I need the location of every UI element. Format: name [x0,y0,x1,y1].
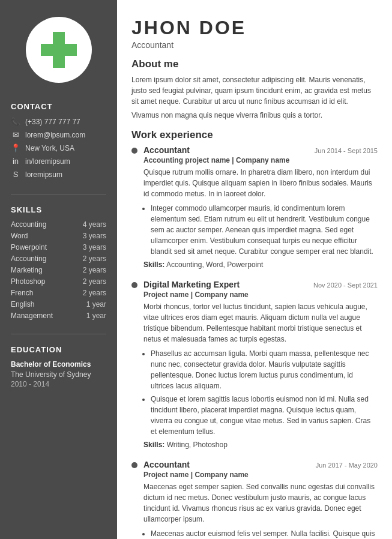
skill-years: 1 year [86,300,106,309]
skill-name: Accounting [11,254,46,263]
linkedin-icon: in [11,157,20,166]
skill-name: French [11,289,33,297]
skill-row: Photoshop2 years [11,277,106,286]
contact-title: CONTACT [11,102,106,111]
work-entry: Digital Marketing ExpertNov 2020 - Sept … [131,280,378,449]
work-content: AccountantJun 2014 - Sept 2015Accounting… [143,145,378,269]
skill-row: Powerpoint3 years [11,243,106,251]
skill-years: 2 years [83,277,106,286]
work-skills-label: Skills: Accounting, Word, Powerpoint [143,260,378,269]
avatar-area [0,0,117,95]
work-bullet-dot [131,462,137,468]
linkedin-value: in/loremipsum [25,157,70,166]
skill-name: Management [11,312,53,320]
skill-years: 1 year [86,312,106,320]
work-date: Nov 2020 - Sept 2021 [313,282,378,289]
about-title: About me [131,58,378,70]
education-section: EDUCATION Bachelor of Economics The Univ… [0,339,117,394]
divider-2 [11,334,106,334]
skill-name: Word [11,232,28,240]
avatar-icon [35,26,83,74]
work-date: Jun 2017 - May 2020 [316,462,378,469]
location-item: 📍 New York, USA [11,143,106,152]
work-description: Maecenas eget semper sapien. Sed convall… [143,481,378,525]
skill-years: 3 years [83,243,106,251]
skill-name: Photoshop [11,277,45,286]
skill-years: 2 years [83,266,106,274]
work-content: AccountantJun 2017 - May 2020Project nam… [143,460,378,539]
work-bullet-item: Integer commodo ullamcorper mauris, id c… [151,203,378,257]
skype-item: S loremipsum [11,170,106,179]
skill-years: 2 years [83,254,106,263]
work-header: AccountantJun 2014 - Sept 2015 [143,145,378,155]
phone-value: (+33) 777 777 77 [25,118,80,126]
work-content: Digital Marketing ExpertNov 2020 - Sept … [143,280,378,449]
skype-value: loremipsum [25,170,62,179]
skill-row: Marketing2 years [11,266,106,274]
work-date: Jun 2014 - Sept 2015 [315,147,378,154]
work-entry: AccountantJun 2017 - May 2020Project nam… [131,460,378,539]
skill-years: 4 years [83,220,106,229]
work-project: Accounting project name | Company name [143,156,378,164]
phone-item: 📞 (+33) 777 777 77 [11,117,106,126]
work-header: AccountantJun 2017 - May 2020 [143,460,378,469]
skill-name: Marketing [11,266,43,274]
job-title: Accountant [131,40,378,50]
work-bullet-item: Quisque et lorem sagittis lacus lobortis… [151,394,378,437]
work-bullet-dot [131,282,137,288]
sidebar: CONTACT 📞 (+33) 777 777 77 ✉ lorem@ipsum… [0,0,117,539]
work-project: Project name | Company name [143,291,378,299]
divider-1 [11,194,106,194]
work-bullet-item: Phasellus ac accumsan ligula. Morbi quam… [151,348,378,391]
skill-name: Accounting [11,220,46,229]
work-skills-label: Skills: Writing, Photoshop [143,441,378,449]
about-paragraph1: Lorem ipsum dolor sit amet, consectetur … [131,74,378,107]
skill-name: Powerpoint [11,243,47,251]
main-content: JHON DOE Accountant About me Lorem ipsum… [117,0,392,539]
location-icon: 📍 [11,143,20,152]
work-description: Morbi rhoncus, tortor vel luctus tincidu… [143,301,378,345]
work-bullets-list: Integer commodo ullamcorper mauris, id c… [151,203,378,257]
avatar [26,17,92,83]
skill-row: Accounting2 years [11,254,106,263]
work-project: Project name | Company name [143,471,378,479]
email-item: ✉ lorem@ipsum.com [11,130,106,139]
skill-row: Accounting4 years [11,220,106,229]
name-title-area: JHON DOE Accountant [131,17,378,50]
about-paragraph2: Vivamus non magna quis neque viverra fin… [131,110,378,121]
email-icon: ✉ [11,130,20,139]
full-name: JHON DOE [131,17,378,39]
skill-name: English [11,300,34,309]
skill-row: Management1 year [11,312,106,320]
work-role: Accountant [143,145,190,155]
education-title: EDUCATION [11,345,106,354]
work-description: Quisque rutrum mollis ornare. In pharetr… [143,167,378,199]
work-entries: AccountantJun 2014 - Sept 2015Accounting… [131,145,378,539]
skill-row: English1 year [11,300,106,309]
edu-degree: Bachelor of Economics [11,360,106,369]
skills-section: SKILLS Accounting4 yearsWord3 yearsPower… [0,199,117,329]
work-header: Digital Marketing ExpertNov 2020 - Sept … [143,280,378,289]
skills-list: Accounting4 yearsWord3 yearsPowerpoint3 … [11,220,106,320]
work-bullets-list: Phasellus ac accumsan ligula. Morbi quam… [151,348,378,437]
work-entry: AccountantJun 2014 - Sept 2015Accounting… [131,145,378,269]
skill-years: 2 years [83,289,106,297]
work-bullet-item: Maecenas auctor euismod felis vel semper… [151,528,378,539]
work-title: Work experience [131,129,378,141]
contact-section: CONTACT 📞 (+33) 777 777 77 ✉ lorem@ipsum… [0,95,117,189]
skype-icon: S [11,170,20,179]
svg-rect-1 [41,44,77,56]
resume-container: CONTACT 📞 (+33) 777 777 77 ✉ lorem@ipsum… [0,0,392,539]
edu-university: The University of Sydney [11,370,106,379]
linkedin-item: in in/loremipsum [11,157,106,166]
skill-years: 3 years [83,232,106,240]
phone-icon: 📞 [11,117,20,126]
skills-title: SKILLS [11,205,106,214]
work-role: Digital Marketing Expert [143,280,240,289]
work-role: Accountant [143,460,190,469]
email-value: lorem@ipsum.com [25,131,85,139]
work-bullet-dot [131,148,137,154]
location-value: New York, USA [25,144,74,152]
work-bullets-list: Maecenas auctor euismod felis vel semper… [151,528,378,539]
skill-row: French2 years [11,289,106,297]
